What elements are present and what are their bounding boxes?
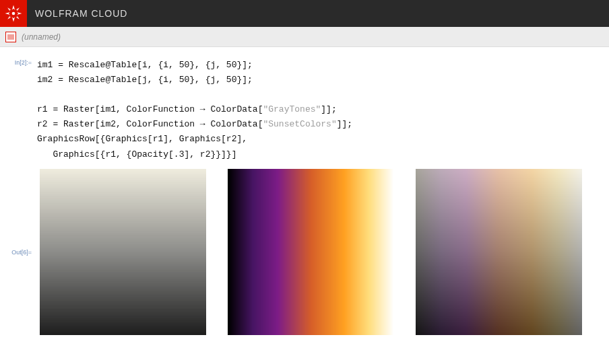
svg-point-8 [12, 12, 15, 15]
svg-marker-6 [7, 15, 11, 20]
svg-marker-5 [15, 7, 20, 11]
output-label: Out[6]= [0, 248, 37, 256]
tab-bar: (unnamed) [0, 27, 609, 47]
wolfram-logo[interactable] [0, 0, 27, 27]
svg-marker-7 [15, 15, 20, 20]
spikey-icon [5, 5, 22, 22]
app-header: WOLFRAM CLOUD [0, 0, 609, 27]
svg-marker-4 [7, 7, 11, 11]
graphics-graytones [40, 169, 206, 335]
svg-marker-2 [5, 12, 10, 15]
input-label: In[2]:= [0, 58, 37, 66]
notebook-area[interactable]: In[2]:= im1 = Rescale@Table[i, {i, 50}, … [0, 47, 609, 335]
input-cell[interactable]: In[2]:= im1 = Rescale@Table[i, {i, 50}, … [0, 58, 609, 162]
svg-marker-0 [12, 5, 15, 10]
input-code[interactable]: im1 = Rescale@Table[i, {i, 50}, {j, 50}]… [37, 58, 352, 162]
app-title: WOLFRAM CLOUD [27, 8, 127, 19]
notebook-icon[interactable] [5, 32, 16, 42]
svg-marker-3 [17, 12, 22, 15]
output-cell: Out[6]= [0, 169, 609, 335]
tab-label[interactable]: (unnamed) [22, 32, 61, 42]
svg-marker-1 [12, 17, 15, 22]
graphics-blend [416, 169, 582, 335]
graphics-row [37, 169, 582, 335]
graphics-sunset [228, 169, 394, 335]
